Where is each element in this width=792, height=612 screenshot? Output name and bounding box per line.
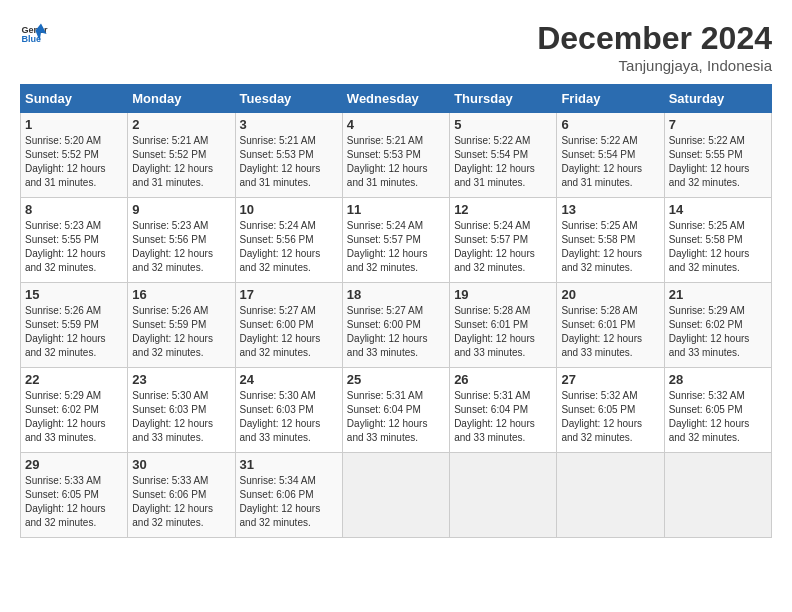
day-number: 21: [669, 287, 767, 302]
day-number: 15: [25, 287, 123, 302]
calendar-week-3: 15 Sunrise: 5:26 AMSunset: 5:59 PMDaylig…: [21, 283, 772, 368]
day-info: Sunrise: 5:21 AMSunset: 5:53 PMDaylight:…: [240, 134, 338, 190]
day-number: 28: [669, 372, 767, 387]
day-number: 18: [347, 287, 445, 302]
day-info: Sunrise: 5:27 AMSunset: 6:00 PMDaylight:…: [240, 304, 338, 360]
day-number: 31: [240, 457, 338, 472]
table-row: 9 Sunrise: 5:23 AMSunset: 5:56 PMDayligh…: [128, 198, 235, 283]
day-info: Sunrise: 5:23 AMSunset: 5:55 PMDaylight:…: [25, 219, 123, 275]
table-row: 31 Sunrise: 5:34 AMSunset: 6:06 PMDaylig…: [235, 453, 342, 538]
empty-cell: [664, 453, 771, 538]
table-row: 4 Sunrise: 5:21 AMSunset: 5:53 PMDayligh…: [342, 113, 449, 198]
table-row: 11 Sunrise: 5:24 AMSunset: 5:57 PMDaylig…: [342, 198, 449, 283]
day-info: Sunrise: 5:25 AMSunset: 5:58 PMDaylight:…: [561, 219, 659, 275]
day-number: 9: [132, 202, 230, 217]
table-row: 26 Sunrise: 5:31 AMSunset: 6:04 PMDaylig…: [450, 368, 557, 453]
day-info: Sunrise: 5:33 AMSunset: 6:05 PMDaylight:…: [25, 474, 123, 530]
day-number: 12: [454, 202, 552, 217]
day-number: 20: [561, 287, 659, 302]
table-row: 2 Sunrise: 5:21 AMSunset: 5:52 PMDayligh…: [128, 113, 235, 198]
table-row: 15 Sunrise: 5:26 AMSunset: 5:59 PMDaylig…: [21, 283, 128, 368]
table-row: 27 Sunrise: 5:32 AMSunset: 6:05 PMDaylig…: [557, 368, 664, 453]
calendar-week-2: 8 Sunrise: 5:23 AMSunset: 5:55 PMDayligh…: [21, 198, 772, 283]
col-tuesday: Tuesday: [235, 85, 342, 113]
day-number: 7: [669, 117, 767, 132]
day-info: Sunrise: 5:21 AMSunset: 5:53 PMDaylight:…: [347, 134, 445, 190]
day-number: 24: [240, 372, 338, 387]
calendar-table: Sunday Monday Tuesday Wednesday Thursday…: [20, 84, 772, 538]
table-row: 13 Sunrise: 5:25 AMSunset: 5:58 PMDaylig…: [557, 198, 664, 283]
col-saturday: Saturday: [664, 85, 771, 113]
day-info: Sunrise: 5:22 AMSunset: 5:54 PMDaylight:…: [454, 134, 552, 190]
day-info: Sunrise: 5:32 AMSunset: 6:05 PMDaylight:…: [669, 389, 767, 445]
day-number: 1: [25, 117, 123, 132]
day-number: 14: [669, 202, 767, 217]
day-number: 4: [347, 117, 445, 132]
day-info: Sunrise: 5:30 AMSunset: 6:03 PMDaylight:…: [132, 389, 230, 445]
day-number: 23: [132, 372, 230, 387]
day-number: 13: [561, 202, 659, 217]
day-info: Sunrise: 5:23 AMSunset: 5:56 PMDaylight:…: [132, 219, 230, 275]
day-info: Sunrise: 5:29 AMSunset: 6:02 PMDaylight:…: [25, 389, 123, 445]
day-info: Sunrise: 5:33 AMSunset: 6:06 PMDaylight:…: [132, 474, 230, 530]
table-row: 18 Sunrise: 5:27 AMSunset: 6:00 PMDaylig…: [342, 283, 449, 368]
day-info: Sunrise: 5:25 AMSunset: 5:58 PMDaylight:…: [669, 219, 767, 275]
day-info: Sunrise: 5:29 AMSunset: 6:02 PMDaylight:…: [669, 304, 767, 360]
table-row: 6 Sunrise: 5:22 AMSunset: 5:54 PMDayligh…: [557, 113, 664, 198]
day-info: Sunrise: 5:27 AMSunset: 6:00 PMDaylight:…: [347, 304, 445, 360]
day-info: Sunrise: 5:24 AMSunset: 5:57 PMDaylight:…: [347, 219, 445, 275]
table-row: 29 Sunrise: 5:33 AMSunset: 6:05 PMDaylig…: [21, 453, 128, 538]
day-number: 17: [240, 287, 338, 302]
day-info: Sunrise: 5:21 AMSunset: 5:52 PMDaylight:…: [132, 134, 230, 190]
day-info: Sunrise: 5:24 AMSunset: 5:57 PMDaylight:…: [454, 219, 552, 275]
col-wednesday: Wednesday: [342, 85, 449, 113]
day-number: 27: [561, 372, 659, 387]
day-number: 10: [240, 202, 338, 217]
calendar-week-4: 22 Sunrise: 5:29 AMSunset: 6:02 PMDaylig…: [21, 368, 772, 453]
table-row: 8 Sunrise: 5:23 AMSunset: 5:55 PMDayligh…: [21, 198, 128, 283]
day-number: 22: [25, 372, 123, 387]
day-info: Sunrise: 5:32 AMSunset: 6:05 PMDaylight:…: [561, 389, 659, 445]
day-info: Sunrise: 5:20 AMSunset: 5:52 PMDaylight:…: [25, 134, 123, 190]
title-area: December 2024 Tanjungjaya, Indonesia: [537, 20, 772, 74]
table-row: 7 Sunrise: 5:22 AMSunset: 5:55 PMDayligh…: [664, 113, 771, 198]
day-number: 3: [240, 117, 338, 132]
day-number: 16: [132, 287, 230, 302]
calendar-week-1: 1 Sunrise: 5:20 AMSunset: 5:52 PMDayligh…: [21, 113, 772, 198]
table-row: 24 Sunrise: 5:30 AMSunset: 6:03 PMDaylig…: [235, 368, 342, 453]
day-number: 8: [25, 202, 123, 217]
day-number: 26: [454, 372, 552, 387]
day-number: 11: [347, 202, 445, 217]
day-info: Sunrise: 5:22 AMSunset: 5:55 PMDaylight:…: [669, 134, 767, 190]
col-monday: Monday: [128, 85, 235, 113]
table-row: 21 Sunrise: 5:29 AMSunset: 6:02 PMDaylig…: [664, 283, 771, 368]
day-info: Sunrise: 5:31 AMSunset: 6:04 PMDaylight:…: [347, 389, 445, 445]
table-row: 20 Sunrise: 5:28 AMSunset: 6:01 PMDaylig…: [557, 283, 664, 368]
month-title: December 2024: [537, 20, 772, 57]
day-number: 29: [25, 457, 123, 472]
day-info: Sunrise: 5:24 AMSunset: 5:56 PMDaylight:…: [240, 219, 338, 275]
table-row: 19 Sunrise: 5:28 AMSunset: 6:01 PMDaylig…: [450, 283, 557, 368]
col-sunday: Sunday: [21, 85, 128, 113]
day-number: 19: [454, 287, 552, 302]
day-info: Sunrise: 5:26 AMSunset: 5:59 PMDaylight:…: [25, 304, 123, 360]
calendar-week-5: 29 Sunrise: 5:33 AMSunset: 6:05 PMDaylig…: [21, 453, 772, 538]
table-row: 12 Sunrise: 5:24 AMSunset: 5:57 PMDaylig…: [450, 198, 557, 283]
table-row: 5 Sunrise: 5:22 AMSunset: 5:54 PMDayligh…: [450, 113, 557, 198]
location: Tanjungjaya, Indonesia: [537, 57, 772, 74]
day-info: Sunrise: 5:34 AMSunset: 6:06 PMDaylight:…: [240, 474, 338, 530]
day-number: 2: [132, 117, 230, 132]
day-info: Sunrise: 5:31 AMSunset: 6:04 PMDaylight:…: [454, 389, 552, 445]
empty-cell: [557, 453, 664, 538]
day-number: 30: [132, 457, 230, 472]
day-info: Sunrise: 5:30 AMSunset: 6:03 PMDaylight:…: [240, 389, 338, 445]
day-info: Sunrise: 5:28 AMSunset: 6:01 PMDaylight:…: [561, 304, 659, 360]
logo-icon: General Blue: [20, 20, 48, 48]
header-row: Sunday Monday Tuesday Wednesday Thursday…: [21, 85, 772, 113]
day-number: 5: [454, 117, 552, 132]
table-row: 17 Sunrise: 5:27 AMSunset: 6:00 PMDaylig…: [235, 283, 342, 368]
page-header: General Blue December 2024 Tanjungjaya, …: [20, 20, 772, 74]
table-row: 30 Sunrise: 5:33 AMSunset: 6:06 PMDaylig…: [128, 453, 235, 538]
day-info: Sunrise: 5:22 AMSunset: 5:54 PMDaylight:…: [561, 134, 659, 190]
day-info: Sunrise: 5:26 AMSunset: 5:59 PMDaylight:…: [132, 304, 230, 360]
